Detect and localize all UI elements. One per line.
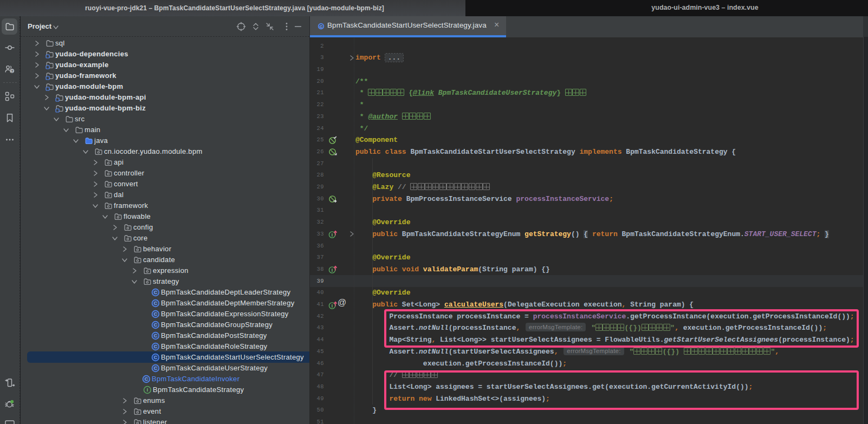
svg-text:C: C xyxy=(145,376,148,382)
svg-text:I: I xyxy=(332,232,333,238)
svg-text:C: C xyxy=(154,333,158,338)
svg-text:C: C xyxy=(154,301,158,306)
svg-text:I: I xyxy=(332,303,333,309)
svg-text:C: C xyxy=(154,290,158,295)
svg-text:C: C xyxy=(154,355,158,360)
svg-text:C: C xyxy=(320,24,323,29)
svg-text:C: C xyxy=(154,366,158,371)
svg-text:I: I xyxy=(147,387,148,393)
svg-text:C: C xyxy=(154,311,158,317)
svg-text:C: C xyxy=(154,322,158,328)
svg-text:I: I xyxy=(332,268,333,273)
svg-text:C: C xyxy=(154,344,158,349)
